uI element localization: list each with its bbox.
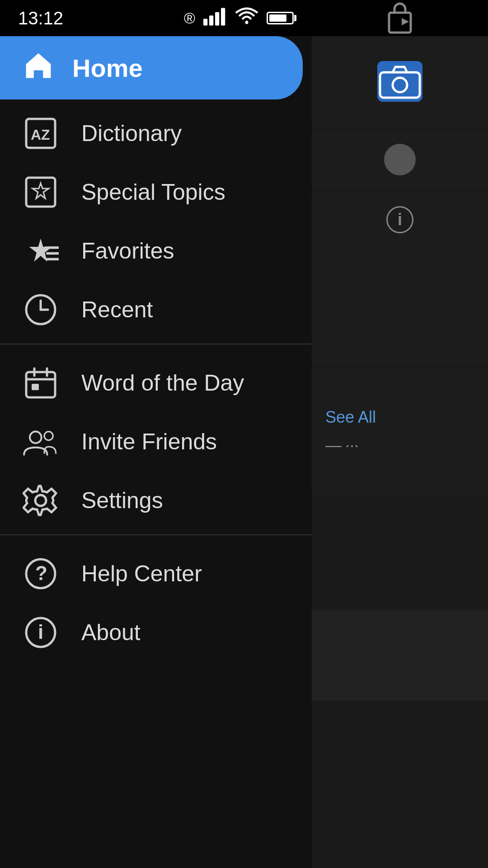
info-icon: i bbox=[386, 206, 413, 233]
toggle-icon bbox=[384, 144, 416, 175]
svg-rect-6 bbox=[215, 12, 219, 26]
menu-divider-1 bbox=[0, 344, 312, 344]
svg-marker-1 bbox=[402, 18, 409, 25]
sidebar-item-invite-friends[interactable]: Invite Friends bbox=[0, 412, 312, 471]
bag-icon[interactable] bbox=[382, 0, 418, 36]
svg-text:AZ: AZ bbox=[31, 127, 50, 143]
right-block-2 bbox=[312, 610, 488, 701]
svg-rect-4 bbox=[203, 19, 207, 26]
right-bottom bbox=[312, 498, 488, 868]
about-icon: i bbox=[23, 614, 59, 651]
camera-section bbox=[312, 36, 488, 127]
svg-rect-0 bbox=[389, 13, 411, 33]
svg-rect-24 bbox=[32, 384, 39, 390]
status-icons: ® bbox=[184, 7, 294, 29]
svg-point-3 bbox=[393, 78, 407, 92]
invite-friends-label: Invite Friends bbox=[81, 429, 217, 455]
toggle-section bbox=[312, 130, 488, 189]
see-all-label[interactable]: See All bbox=[325, 408, 376, 427]
signal-icon bbox=[203, 7, 227, 29]
drawer-menu-group3: ? Help Center i About bbox=[0, 540, 312, 662]
dictionary-label: Dictionary bbox=[81, 120, 182, 146]
status-bar: 13:12 ® bbox=[0, 0, 312, 36]
recent-icon bbox=[23, 292, 59, 328]
drawer-menu-group1: AZ Dictionary Special Topics bbox=[0, 99, 312, 339]
calendar-icon bbox=[23, 365, 59, 401]
right-top-bar bbox=[312, 0, 488, 36]
sidebar-item-recent[interactable]: Recent bbox=[0, 280, 312, 339]
sidebar-item-help-center[interactable]: ? Help Center bbox=[0, 544, 312, 603]
svg-text:?: ? bbox=[35, 562, 47, 584]
right-panel: i See All — ··· bbox=[312, 0, 488, 868]
sidebar-item-word-of-the-day[interactable]: Word of the Day bbox=[0, 354, 312, 412]
settings-icon bbox=[23, 482, 59, 519]
svg-rect-20 bbox=[26, 372, 55, 397]
recent-label: Recent bbox=[81, 297, 153, 323]
registered-icon: ® bbox=[184, 9, 195, 27]
dots-menu: — ··· bbox=[325, 436, 359, 455]
favorites-icon bbox=[23, 233, 59, 269]
status-time: 13:12 bbox=[18, 8, 63, 28]
sidebar-item-dictionary[interactable]: AZ Dictionary bbox=[0, 104, 312, 163]
svg-point-25 bbox=[30, 432, 42, 443]
svg-point-26 bbox=[44, 432, 53, 440]
battery-icon bbox=[267, 12, 294, 24]
svg-rect-2 bbox=[380, 72, 420, 98]
svg-marker-12 bbox=[33, 183, 49, 198]
sidebar-item-about[interactable]: i About bbox=[0, 603, 312, 662]
settings-label: Settings bbox=[81, 487, 163, 514]
right-block-1 bbox=[312, 498, 488, 607]
sidebar-item-home[interactable]: Home bbox=[0, 36, 303, 99]
info-section: i bbox=[312, 193, 488, 364]
home-icon bbox=[23, 50, 54, 85]
svg-point-27 bbox=[35, 495, 46, 506]
sidebar-item-favorites[interactable]: Favorites bbox=[0, 222, 312, 280]
navigation-drawer: 13:12 ® bbox=[0, 0, 312, 868]
special-topics-icon bbox=[23, 174, 59, 210]
special-topics-label: Special Topics bbox=[81, 179, 225, 205]
menu-divider-2 bbox=[0, 534, 312, 535]
svg-text:i: i bbox=[38, 621, 43, 643]
help-center-icon: ? bbox=[23, 556, 59, 592]
word-of-the-day-label: Word of the Day bbox=[81, 370, 244, 396]
sidebar-item-settings[interactable]: Settings bbox=[0, 471, 312, 530]
favorites-label: Favorites bbox=[81, 238, 174, 264]
see-all-section: See All — ··· bbox=[312, 368, 488, 495]
about-label: About bbox=[81, 619, 141, 646]
help-center-label: Help Center bbox=[81, 561, 202, 587]
home-label: Home bbox=[72, 53, 143, 83]
drawer-menu-group2: Word of the Day Invite Friends Setti bbox=[0, 349, 312, 530]
svg-rect-5 bbox=[209, 15, 213, 25]
camera-icon[interactable] bbox=[377, 61, 422, 102]
wifi-icon bbox=[235, 7, 258, 29]
svg-point-8 bbox=[245, 21, 249, 24]
invite-friends-icon bbox=[23, 424, 59, 460]
dictionary-icon: AZ bbox=[23, 115, 59, 151]
svg-rect-7 bbox=[221, 8, 225, 25]
sidebar-item-special-topics[interactable]: Special Topics bbox=[0, 163, 312, 222]
